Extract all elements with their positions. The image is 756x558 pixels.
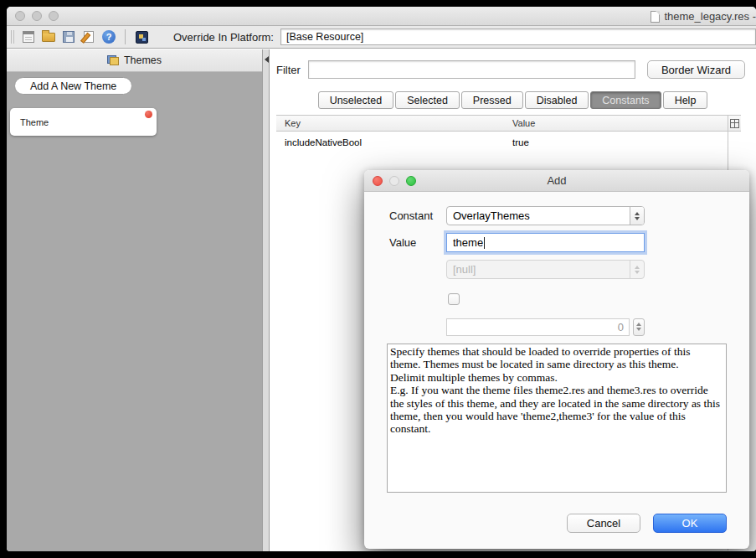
value-input-text: theme (453, 236, 483, 249)
value-input[interactable]: theme (446, 233, 645, 252)
theme-list-item[interactable]: Theme (10, 108, 157, 136)
dialog-title: Add (547, 174, 566, 187)
dialog-minimize-button[interactable] (389, 176, 399, 186)
null-combobox[interactable]: [null] (446, 260, 645, 279)
table-row[interactable]: includeNativeBool true (276, 132, 728, 152)
value-row: Value theme (364, 233, 749, 252)
collapse-arrow-icon (265, 56, 269, 63)
tab-pressed[interactable]: Pressed (461, 91, 523, 109)
tab-selected[interactable]: Selected (395, 91, 460, 109)
add-constant-dialog: Add Constant OverlayThemes Value theme (364, 170, 749, 549)
table-options-button[interactable] (728, 116, 741, 131)
theme-badge (145, 111, 152, 118)
dialog-body: Constant OverlayThemes Value theme (364, 192, 749, 533)
arrow-down-icon (635, 217, 640, 220)
help-icon: ? (102, 30, 116, 44)
arrow-up-icon (635, 212, 640, 215)
window-close-button[interactable] (15, 11, 25, 21)
row-key-cell: includeNativeBool (276, 137, 512, 147)
platform-select-value: [Base Resource] (286, 31, 363, 43)
dialog-titlebar: Add (364, 170, 749, 192)
filter-row: Filter Border Wizard (270, 49, 756, 79)
save-icon (63, 31, 75, 43)
style-tabs: Unselected Selected Pressed Disabled Con… (270, 91, 756, 109)
stepper-icon-disabled (630, 261, 644, 278)
edit-pencil-icon (84, 31, 94, 43)
constant-combobox[interactable]: OverlayThemes (446, 206, 645, 225)
number-spinner-field[interactable]: 0 (446, 318, 630, 336)
themes-sidebar: Themes Add A New Theme Theme (7, 49, 262, 551)
tab-disabled[interactable]: Disabled (525, 91, 589, 109)
screen: theme_legacy.res - ? Override In Platfor… (0, 0, 756, 558)
themes-panel-title: Themes (124, 54, 162, 66)
table-header: Key Value (276, 115, 741, 132)
window-title: theme_legacy.res - (664, 10, 756, 23)
new-resource-button[interactable] (19, 28, 38, 46)
theme-item-label: Theme (20, 117, 49, 127)
border-wizard-button[interactable]: Border Wizard (647, 60, 745, 79)
document-icon (651, 11, 660, 23)
null-row: [null] (364, 260, 749, 279)
arrow-down-icon (635, 271, 640, 274)
tab-help[interactable]: Help (663, 91, 708, 109)
edit-button[interactable] (80, 28, 98, 46)
toolbar-grip (11, 30, 15, 44)
column-header-value[interactable]: Value (512, 118, 728, 128)
window-minimize-button[interactable] (32, 11, 42, 21)
platform-button[interactable] (132, 28, 151, 46)
filter-label: Filter (276, 64, 301, 76)
spinner-row: 0 (364, 318, 749, 336)
tab-unselected[interactable]: Unselected (318, 91, 394, 109)
boolean-checkbox[interactable] (448, 293, 460, 305)
null-combobox-value: [null] (447, 263, 630, 276)
toolbar: ? Override In Platform: [Base Resource] (7, 26, 756, 49)
override-in-platform-label: Override In Platform: (173, 31, 274, 44)
filter-input[interactable] (308, 60, 635, 79)
checkbox-row (364, 292, 749, 307)
dialog-buttons: Cancel OK (364, 514, 749, 533)
platform-icon (136, 31, 148, 44)
window-titlebar: theme_legacy.res - (7, 7, 756, 26)
tab-constants[interactable]: Constants (590, 91, 661, 109)
toolbar-separator (125, 29, 126, 44)
open-folder-icon (42, 33, 55, 42)
window-title-area: theme_legacy.res - (651, 7, 756, 26)
dialog-window-controls (373, 176, 416, 186)
themes-icon (107, 55, 119, 65)
row-value-cell: true (512, 137, 728, 147)
text-caret (484, 237, 485, 249)
help-button[interactable]: ? (100, 28, 118, 46)
dialog-zoom-button[interactable] (406, 176, 416, 186)
themes-panel-body: Add A New Theme Theme (7, 72, 262, 551)
table-options-icon (730, 119, 739, 128)
panel-splitter[interactable] (262, 49, 270, 551)
constant-description-textarea[interactable]: Specify themes that should be loaded to … (387, 344, 727, 493)
window-zoom-button[interactable] (49, 11, 59, 21)
new-icon (23, 31, 34, 43)
add-new-theme-button[interactable]: Add A New Theme (14, 77, 132, 95)
open-button[interactable] (39, 28, 58, 46)
ok-button[interactable]: OK (653, 514, 727, 533)
number-spinner-stepper[interactable] (633, 318, 645, 336)
stepper-icon (630, 207, 644, 225)
arrow-down-icon (636, 328, 641, 331)
save-button[interactable] (59, 28, 78, 46)
dialog-close-button[interactable] (373, 176, 383, 186)
value-label: Value (389, 236, 446, 249)
constant-row: Constant OverlayThemes (364, 206, 749, 225)
constant-combobox-value: OverlayThemes (447, 209, 630, 222)
window-controls (15, 11, 59, 21)
platform-select[interactable]: [Base Resource] (280, 28, 756, 45)
number-spinner-value: 0 (618, 321, 624, 333)
arrow-up-icon (636, 323, 641, 326)
cancel-button[interactable]: Cancel (567, 514, 640, 533)
themes-panel-header: Themes (7, 49, 262, 72)
constant-label: Constant (389, 209, 446, 222)
arrow-up-icon (635, 266, 640, 269)
column-header-key[interactable]: Key (276, 118, 512, 128)
collapse-panel-button[interactable] (264, 55, 270, 63)
